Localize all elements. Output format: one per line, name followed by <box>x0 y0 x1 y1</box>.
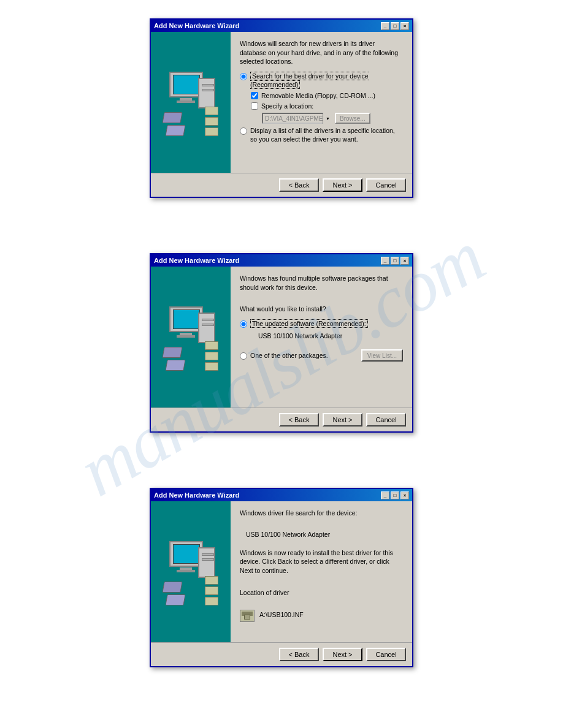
card5 <box>205 352 218 360</box>
dialog3-ready-text: Windows is now ready to install the best… <box>240 548 403 575</box>
wizard1-illustration <box>151 32 231 173</box>
dialog1-options: Search for the best driver for your devi… <box>240 72 403 144</box>
other-packages-radio[interactable] <box>240 352 247 360</box>
driver-location-row: A:\USB100.INF <box>240 610 403 622</box>
tower-drive4 <box>202 324 214 326</box>
card4 <box>205 341 218 350</box>
dialog3-cancel-button[interactable]: Cancel <box>366 648 406 661</box>
section-gap6 <box>240 603 403 606</box>
dialog2-options: The updated software (Recommended): USB … <box>240 320 403 362</box>
other-packages-option: One of the other packages. View List... <box>240 349 403 362</box>
tower-drive6 <box>202 558 214 561</box>
floppy-icon <box>240 610 255 622</box>
driver-path: A:\USB100.INF <box>259 610 304 620</box>
computer-icon <box>160 66 221 139</box>
card6 <box>205 362 218 371</box>
view-list-button[interactable]: View List... <box>361 349 403 362</box>
cards-group <box>205 107 218 136</box>
computer-icon2 <box>160 300 221 374</box>
minimize-button[interactable]: _ <box>381 257 389 265</box>
dialog3-title-buttons: _ □ × <box>381 491 409 499</box>
section-gap3 <box>240 524 403 527</box>
dialog2-question: What would you like to install? <box>240 305 403 314</box>
tower-drive2 <box>202 89 214 91</box>
path-row: ▼ Browse... <box>251 113 403 124</box>
dialog3-footer: < Back Next > Cancel <box>151 642 412 666</box>
dialog1-footer: < Back Next > Cancel <box>151 173 412 197</box>
spacer2 <box>0 445 563 469</box>
path-input[interactable] <box>262 113 332 124</box>
discs-group3 <box>163 582 185 605</box>
dialog3-back-button[interactable]: < Back <box>279 648 319 661</box>
dialog1-next-button[interactable]: Next > <box>323 178 362 192</box>
dialog1-back-button[interactable]: < Back <box>279 178 319 192</box>
dialog3-next-button[interactable]: Next > <box>323 648 362 661</box>
dialog2-title-buttons: _ □ × <box>381 257 409 265</box>
tower2 <box>198 313 215 343</box>
maximize-button[interactable]: □ <box>391 257 399 265</box>
dialog1-wrapper: Add New Hardware Wizard _ □ × <box>0 0 563 210</box>
other-packages-label: One of the other packages. <box>250 352 358 360</box>
removable-media-checkbox[interactable] <box>251 92 258 99</box>
removable-media-label: Removable Media (Floppy, CD-ROM ...) <box>261 92 375 99</box>
dialog3: Add New Hardware Wizard _ □ × <box>150 488 413 667</box>
dialog2-titlebar: Add New Hardware Wizard _ □ × <box>151 254 412 267</box>
dialog1-title-buttons: _ □ × <box>381 22 409 30</box>
monitor-stand2 <box>177 335 195 338</box>
search-best-option: Search for the best driver for your devi… <box>240 72 403 89</box>
dialog3-wrapper: Add New Hardware Wizard _ □ × <box>0 469 563 680</box>
section-gap5 <box>240 582 403 585</box>
dialog3-location-label: Location of driver <box>240 588 403 597</box>
card2 <box>205 117 218 126</box>
display-list-radio[interactable] <box>240 127 247 135</box>
dialog2-description: Windows has found multiple software pack… <box>240 274 403 292</box>
card8 <box>205 586 218 595</box>
search-best-radio[interactable] <box>240 73 247 80</box>
dialog3-titlebar: Add New Hardware Wizard _ □ × <box>151 489 412 501</box>
tower-drive1 <box>202 84 214 86</box>
close-button[interactable]: × <box>400 257 409 265</box>
dialog2-next-button[interactable]: Next > <box>323 413 362 427</box>
disc4 <box>165 360 185 371</box>
spacer1 <box>0 210 563 235</box>
dialog2-cancel-button[interactable]: Cancel <box>366 413 406 427</box>
dialog1-description: Windows will search for new drivers in i… <box>240 39 403 66</box>
updated-software-sublabel: USB 10/100 Network Adapter <box>240 332 403 341</box>
maximize-button[interactable]: □ <box>391 22 399 30</box>
close-button[interactable]: × <box>400 491 409 499</box>
wizard1-left-panel <box>151 32 231 173</box>
monitor-screen3 <box>173 544 200 564</box>
section-gap4 <box>240 542 403 545</box>
dialog3-search-label: Windows driver file search for the devic… <box>240 509 403 518</box>
monitor-screen2 <box>173 309 200 329</box>
minimize-button[interactable]: _ <box>381 22 389 30</box>
updated-software-radio[interactable] <box>240 320 247 328</box>
display-list-label: Display a list of all the drivers in a s… <box>250 127 403 143</box>
card1 <box>205 107 218 115</box>
wizard3-illustration <box>151 501 231 642</box>
dialog1: Add New Hardware Wizard _ □ × <box>150 18 413 198</box>
close-button[interactable]: × <box>400 22 409 30</box>
cards-group2 <box>205 341 218 371</box>
browse-button[interactable]: Browse... <box>335 113 370 124</box>
dialog2-footer: < Back Next > Cancel <box>151 408 412 431</box>
wizard3-left-panel <box>151 501 231 642</box>
path-select-wrapper: ▼ <box>262 113 332 124</box>
updated-software-label-text: The updated software (Recommended): <box>250 319 368 328</box>
maximize-button[interactable]: □ <box>391 491 399 499</box>
wizard2-illustration <box>151 267 231 408</box>
dialog2-back-button[interactable]: < Back <box>279 413 319 427</box>
specify-location-label: Specify a location: <box>261 102 313 110</box>
dialog2-wrapper: Add New Hardware Wizard _ □ × <box>0 235 563 445</box>
monitor-stand3 <box>177 570 195 572</box>
specify-location-checkbox[interactable] <box>251 102 258 110</box>
card7 <box>205 576 218 585</box>
dialog3-body: Windows driver file search for the devic… <box>151 501 412 642</box>
discs-group2 <box>163 347 185 371</box>
dialog3-device-name: USB 10/100 Network Adapter <box>240 531 403 538</box>
dialog1-cancel-button[interactable]: Cancel <box>366 178 406 192</box>
display-list-option: Display a list of all the drivers in a s… <box>240 127 403 143</box>
card9 <box>205 597 218 605</box>
cards-group3 <box>205 576 218 605</box>
minimize-button[interactable]: _ <box>381 491 389 499</box>
